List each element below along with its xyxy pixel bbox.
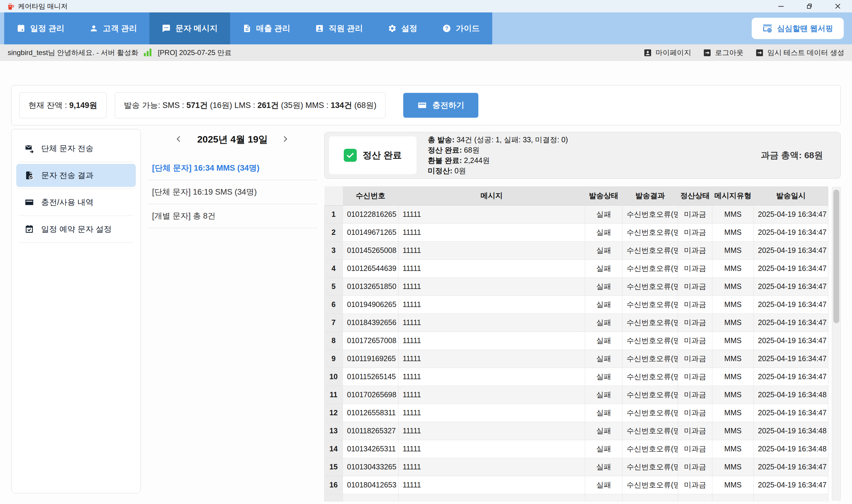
cell-result: 수신번호오류(망): [622, 313, 678, 331]
tab-sales[interactable]: 매출 관리: [230, 13, 303, 44]
tab-schedule[interactable]: 일정 관리: [4, 13, 77, 44]
cell-result: 수신번호오류(망): [622, 349, 678, 368]
cell-type: MMS: [712, 476, 754, 494]
cell-result: 수신번호오류(망): [622, 404, 678, 422]
status-links: 마이페이지로그아웃임시 테스트 데이터 생성: [643, 48, 844, 57]
cell-no: 4: [325, 259, 343, 277]
sidebar-item-history[interactable]: 충전/사용 내역: [16, 191, 136, 214]
balance-card: 현재 잔액 : 9,149원 발송 가능: SMS : 571건 (16원) L…: [11, 85, 841, 125]
cell-status: [585, 494, 622, 502]
close-button[interactable]: [823, 0, 852, 13]
cell-no: 2: [325, 223, 343, 241]
table-row[interactable]: 1301011826532711111실패수신번호오류(망)미과금MMS2025…: [325, 422, 828, 440]
cell-result: 수신번호오류(망): [622, 368, 678, 386]
cell-settle: 미과금: [678, 422, 712, 440]
sidebar-item-reserved[interactable]: 일정 예약 문자 설정: [16, 218, 136, 241]
message-group-item-3[interactable]: [개별 문자] 총 8건: [148, 204, 317, 228]
cell-result: 수신번호오류(망): [622, 440, 678, 458]
recharge-label: 충전하기: [432, 100, 464, 111]
restore-icon: [805, 2, 814, 11]
tab-customers[interactable]: 고객 관리: [77, 13, 150, 44]
recharge-button[interactable]: 충전하기: [403, 93, 478, 118]
status-link-label: 로그아웃: [715, 48, 743, 57]
maximize-button[interactable]: [795, 0, 823, 13]
cell-type: MMS: [712, 241, 754, 259]
cell-settle: 미과금: [678, 368, 712, 386]
cell-message: 11111: [398, 476, 585, 494]
status-link-logout[interactable]: 로그아웃: [703, 48, 743, 57]
sidebar-item-bulk-send[interactable]: 단체 문자 전송: [16, 137, 136, 160]
status-left: singbird_test님 안녕하세요. - 서버 활성화 [PRO] 202…: [8, 48, 232, 57]
table-row[interactable]: 501013265185011111실패수신번호오류(망)미과금MMS2025-…: [325, 277, 828, 295]
cell-datetime: 2025-04-19 16:34:47: [754, 476, 828, 494]
cell-phone: 010145265008: [343, 241, 398, 259]
greeting-text: singbird_test님 안녕하세요. - 서버 활성화: [8, 48, 138, 57]
tab-staff[interactable]: 직원 관리: [303, 13, 376, 44]
table-row[interactable]: 601019490626511111실패수신번호오류(망)미과금MMS2025-…: [325, 295, 828, 313]
app-title: 케어타임 매니저: [18, 2, 68, 11]
table-row[interactable]: 301014526500811111실패수신번호오류(망)미과금MMS2025-…: [325, 241, 828, 259]
cell-datetime: 2025-04-19 16:34:47: [754, 331, 828, 349]
cell-result: 수신번호오류(망): [622, 295, 678, 313]
table-row[interactable]: 901011916926511111실패수신번호오류(망)미과금MMS2025-…: [325, 349, 828, 368]
cell-type: MMS: [712, 368, 754, 386]
table-row[interactable]: 1001011526514511111실패수신번호오류(망)미과금MMS2025…: [325, 368, 828, 386]
table-row[interactable]: [325, 494, 828, 502]
cell-result: 수신번호오류(망): [622, 386, 678, 404]
app-logo-icon: [6, 2, 15, 10]
message-group-item-1[interactable]: [단체 문자] 16:34 MMS (34명): [148, 156, 317, 180]
tab-messages[interactable]: 문자 메시지: [149, 13, 230, 44]
table-row[interactable]: 201014967126511111실패수신번호오류(망)미과금MMS2025-…: [325, 223, 828, 241]
sidebar-item-send-results[interactable]: 문자 전송 결과: [16, 164, 136, 187]
table-row[interactable]: 801017265700811111실패수신번호오류(망)미과금MMS2025-…: [325, 331, 828, 349]
cell-status: 실패: [585, 313, 622, 331]
calendar-check-icon: [24, 224, 34, 234]
cell-type: [712, 494, 754, 502]
close-icon: [833, 2, 842, 11]
cell-settle: 미과금: [678, 259, 712, 277]
tab-settings[interactable]: 설정: [376, 13, 430, 44]
table-row[interactable]: 1501013043326511111실패수신번호오류(망)미과금MMS2025…: [325, 458, 828, 476]
table-row[interactable]: 1201012655831111111실패수신번호오류(망)미과금MMS2025…: [325, 404, 828, 422]
table-row[interactable]: 1401013426531111111실패수신번호오류(망)미과금MMS2025…: [325, 440, 828, 458]
cell-result: [622, 494, 678, 502]
cell-phone: 010119169265: [343, 349, 398, 368]
cell-settle: 미과금: [678, 205, 712, 223]
result-panel: 정산 완료 총 발송: 34건 (성공: 1, 실패: 33, 미결정: 0)정…: [324, 129, 841, 502]
message-group-item-2[interactable]: [단체 문자] 16:19 SMS (34명): [148, 180, 317, 204]
cell-type: MMS: [712, 458, 754, 476]
cell-phone: 010118265327: [343, 422, 398, 440]
table-row[interactable]: 401012654463911111실패수신번호오류(망)미과금MMS2025-…: [325, 259, 828, 277]
sidebar-item-label: 충전/사용 내역: [41, 197, 93, 208]
column-header: 발송일시: [754, 186, 828, 205]
table-row[interactable]: 1101017026569811111실패수신번호오류(망)미과금MMS2025…: [325, 386, 828, 404]
cell-phone: 010172657008: [343, 331, 398, 349]
cell-no: 14: [325, 440, 343, 458]
row-number-header: [325, 186, 343, 205]
tab-guide[interactable]: ?가이드: [430, 13, 492, 44]
prev-day-button[interactable]: [174, 134, 184, 145]
cell-message: 11111: [398, 331, 585, 349]
cell-no: 5: [325, 277, 343, 295]
results-table-area: 수신번호메시지발송상태발송결과정산상태메시지유형발송일시 10101228162…: [324, 186, 841, 502]
web-surfing-button[interactable]: 심심할땐 웹서핑: [752, 18, 844, 39]
cell-status: 실패: [585, 404, 622, 422]
column-header: 발송결과: [622, 186, 678, 205]
cell-settle: 미과금: [678, 277, 712, 295]
cell-result: 수신번호오류(망): [622, 422, 678, 440]
cell-type: MMS: [712, 422, 754, 440]
table-row[interactable]: 101012281626511111실패수신번호오류(망)미과금MMS2025-…: [325, 205, 828, 223]
tab-label: 가이드: [456, 23, 480, 34]
table-scrollbar-thumb[interactable]: [833, 190, 839, 323]
column-header: 메시지: [398, 186, 585, 205]
question-icon: ?: [442, 24, 451, 33]
table-scrollbar-track[interactable]: [832, 187, 841, 501]
next-day-button[interactable]: [281, 134, 291, 145]
table-row[interactable]: 701018439265611111실패수신번호오류(망)미과금MMS2025-…: [325, 313, 828, 331]
status-link-testdata[interactable]: 임시 테스트 데이터 생성: [755, 48, 844, 57]
minimize-button[interactable]: [767, 0, 795, 13]
table-row[interactable]: 1601018041265311111실패수신번호오류(망)미과금MMS2025…: [325, 476, 828, 494]
status-link-mypage[interactable]: 마이페이지: [643, 48, 691, 57]
cell-settle: 미과금: [678, 295, 712, 313]
status-link-label: 임시 테스트 데이터 생성: [767, 48, 844, 57]
